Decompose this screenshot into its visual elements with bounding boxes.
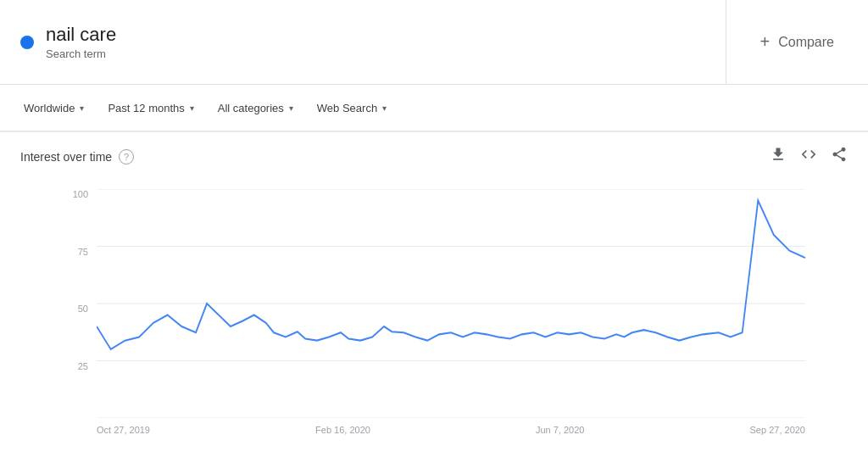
search-term-section: nail care Search term bbox=[0, 0, 726, 84]
x-label-sep: Sep 27, 2020 bbox=[750, 425, 805, 435]
search-type-label: Web Search bbox=[317, 102, 377, 114]
search-term-text: nail care Search term bbox=[46, 24, 116, 60]
category-chevron-icon: ▾ bbox=[289, 103, 293, 113]
search-term-name: nail care bbox=[46, 24, 116, 46]
search-term-type: Search term bbox=[46, 47, 116, 60]
chart-svg-area bbox=[97, 189, 805, 418]
x-label-jun: Jun 7, 2020 bbox=[536, 425, 585, 435]
help-icon[interactable]: ? bbox=[119, 149, 134, 164]
section-actions bbox=[770, 146, 848, 167]
compare-button[interactable]: + Compare bbox=[726, 0, 869, 84]
time-chevron-icon: ▾ bbox=[190, 103, 194, 113]
filter-bar: Worldwide ▾ Past 12 months ▾ All categor… bbox=[0, 85, 868, 132]
y-axis-labels: 100 75 50 25 bbox=[63, 189, 88, 418]
region-chevron-icon: ▾ bbox=[80, 103, 84, 113]
category-label: All categories bbox=[218, 102, 284, 114]
category-filter[interactable]: All categories ▾ bbox=[208, 95, 303, 121]
header: nail care Search term + Compare bbox=[0, 0, 868, 85]
x-label-oct: Oct 27, 2019 bbox=[97, 425, 150, 435]
y-label-100: 100 bbox=[63, 189, 88, 199]
y-label-50: 50 bbox=[63, 304, 88, 314]
y-label-75: 75 bbox=[63, 247, 88, 257]
search-type-filter[interactable]: Web Search ▾ bbox=[307, 95, 397, 121]
y-label-25: 25 bbox=[63, 361, 88, 371]
download-icon[interactable] bbox=[770, 146, 787, 167]
chart-area: 100 75 50 25 bbox=[63, 189, 805, 418]
plus-icon: + bbox=[760, 32, 771, 52]
search-type-chevron-icon: ▾ bbox=[382, 103, 387, 113]
chart-svg bbox=[97, 189, 805, 418]
share-icon[interactable] bbox=[831, 146, 848, 167]
section-header: Interest over time ? bbox=[20, 146, 848, 167]
section-title-group: Interest over time ? bbox=[20, 149, 134, 164]
embed-icon[interactable] bbox=[800, 146, 817, 167]
region-label: Worldwide bbox=[24, 102, 75, 114]
x-axis-labels: Oct 27, 2019 Feb 16, 2020 Jun 7, 2020 Se… bbox=[63, 425, 805, 435]
time-filter[interactable]: Past 12 months ▾ bbox=[97, 95, 203, 121]
time-label: Past 12 months bbox=[108, 102, 184, 114]
chart-container: 100 75 50 25 bbox=[20, 181, 848, 457]
x-label-feb: Feb 16, 2020 bbox=[315, 425, 370, 435]
compare-label: Compare bbox=[778, 35, 834, 50]
content-area: Interest over time ? 100 75 50 25 bbox=[0, 132, 868, 457]
section-title: Interest over time bbox=[20, 150, 112, 164]
region-filter[interactable]: Worldwide ▾ bbox=[14, 95, 94, 121]
search-term-dot bbox=[20, 36, 34, 49]
